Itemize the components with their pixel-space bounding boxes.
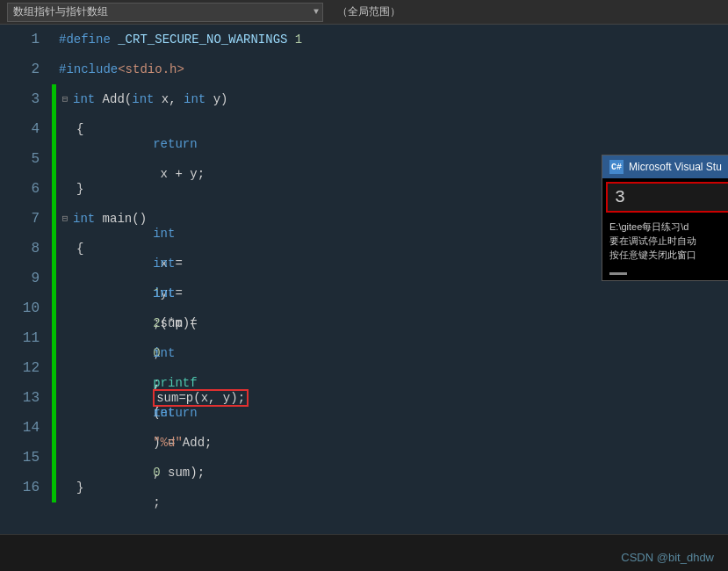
gutter-8 <box>48 234 59 264</box>
code-line-1: #define _CRT_SECURE_NO_WARNINGS 1 <box>59 25 728 54</box>
code-token: #define <box>59 25 111 54</box>
gutter-6 <box>48 174 59 204</box>
code-token: } <box>76 473 83 502</box>
tooltip-footer <box>602 265 728 280</box>
line-number-15: 15 <box>0 443 48 473</box>
gutter-11 <box>48 323 59 353</box>
line-numbers-column: 1 2 3 4 5 6 7 8 9 10 11 12 13 14 15 16 <box>0 25 48 534</box>
gutter-10 <box>48 293 59 323</box>
scope-text: （全局范围） <box>337 4 400 19</box>
tooltip-title: Microsoft Visual Stu <box>629 161 722 173</box>
tooltip-line1: E:\gitee每日练习\d <box>609 220 728 234</box>
function-dropdown[interactable]: 数组指针与指针数组 ▼ <box>7 3 323 22</box>
line-number-8: 8 <box>0 234 48 264</box>
code-token: y) <box>205 84 227 114</box>
line-number-11: 11 <box>0 323 48 353</box>
vs-icon-text: C# <box>611 163 622 172</box>
code-column: #define _CRT_SECURE_NO_WARNINGS 1 #inclu… <box>59 25 728 534</box>
code-line-2: #include<stdio.h> <box>59 54 728 84</box>
line-number-4: 4 <box>0 114 48 144</box>
gutter-2 <box>48 54 59 84</box>
vs-icon: C# <box>609 160 623 174</box>
line-number-13: 13 <box>0 383 48 413</box>
tooltip-line2: 要在调试停止时自动 <box>609 234 728 248</box>
collapse-icon[interactable]: ⊟ <box>59 93 71 105</box>
gutter-3 <box>48 84 59 114</box>
line-number-16: 16 <box>0 473 48 502</box>
code-token: return 0 ; <box>94 368 198 547</box>
tooltip-footer-bar <box>609 272 627 275</box>
code-token: 1 <box>295 25 302 54</box>
gutter-7 <box>48 204 59 234</box>
line-number-5: 5 <box>0 144 48 174</box>
line-number-10: 10 <box>0 293 48 323</box>
dropdown-text: 数组指针与指针数组 <box>13 4 108 19</box>
watermark-text: CSDN @bit_dhdw <box>621 551 714 564</box>
tooltip-header: C# Microsoft Visual Stu <box>602 155 728 178</box>
collapse-icon-main[interactable]: ⊟ <box>59 213 71 225</box>
code-token: <stdio.h> <box>118 54 184 84</box>
tooltip-value-text: 3 <box>615 187 625 207</box>
code-token: { <box>76 234 83 264</box>
tooltip-body: E:\gitee每日练习\d 要在调试停止时自动 按任意键关闭此窗口 <box>602 216 728 265</box>
tooltip-value: 3 <box>606 182 728 213</box>
gutter-16 <box>48 473 59 502</box>
editor-content: 1 2 3 4 5 6 7 8 9 10 11 12 13 14 15 16 <box>0 25 728 534</box>
line-number-7: 7 <box>0 204 48 234</box>
gutter-9 <box>48 264 59 293</box>
gutter-1 <box>48 25 59 54</box>
line-number-12: 12 <box>0 353 48 383</box>
code-token: int <box>73 204 95 234</box>
tooltip-line3: 按任意键关闭此窗口 <box>609 248 728 262</box>
gutter-15 <box>48 443 59 473</box>
gutter-column <box>48 25 59 534</box>
top-bar: 数组指针与指针数组 ▼ （全局范围） <box>0 0 728 25</box>
line-number-2: 2 <box>0 54 48 84</box>
line-number-6: 6 <box>0 174 48 204</box>
gutter-13 <box>48 383 59 413</box>
terminal-area: CSDN @bit_dhdw <box>0 534 728 571</box>
code-token <box>111 25 118 54</box>
code-token: int <box>73 84 95 114</box>
tooltip-popup: C# Microsoft Visual Stu 3 E:\gitee每日练习\d… <box>602 155 728 281</box>
gutter-14 <box>48 413 59 443</box>
gutter-12 <box>48 353 59 383</box>
line-number-9: 9 <box>0 264 48 293</box>
line-number-14: 14 <box>0 413 48 443</box>
code-line-15: return 0 ; <box>59 443 728 473</box>
gutter-4 <box>48 114 59 144</box>
line-number-1: 1 <box>0 25 48 54</box>
code-token: _CRT_SECURE_NO_WARNINGS <box>118 25 287 54</box>
code-token: } <box>76 174 83 204</box>
dropdown-arrow-icon: ▼ <box>314 7 319 17</box>
code-token <box>287 25 294 54</box>
code-line-16: } <box>59 473 728 502</box>
code-token: { <box>76 114 83 144</box>
code-token: #include <box>59 54 118 84</box>
line-number-3: 3 <box>0 84 48 114</box>
gutter-5 <box>48 144 59 174</box>
